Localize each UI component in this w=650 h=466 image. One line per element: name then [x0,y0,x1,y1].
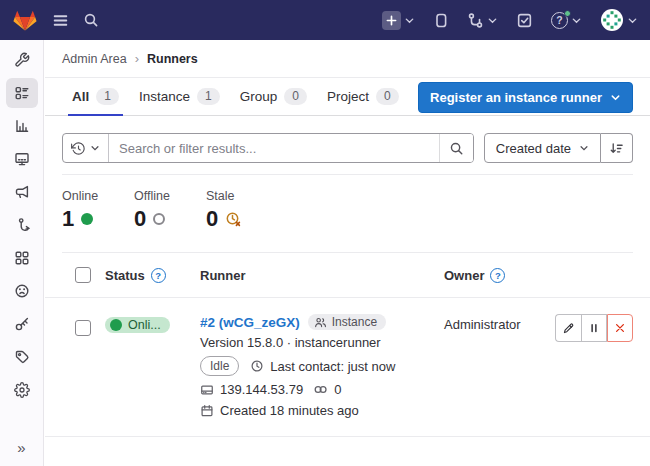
chevron-down-icon [571,15,582,26]
runner-created-line: Created 18 minutes ago [200,403,444,418]
search-submit-button[interactable] [439,134,473,162]
stat-offline-label: Offline [134,189,186,203]
sidebar-item-monitoring-icon[interactable] [6,144,38,174]
top-navbar: ? [0,0,650,40]
admin-wrench-icon[interactable] [6,45,38,75]
chevron-down-icon [610,92,621,103]
owner-help-icon[interactable]: ? [490,268,505,283]
history-icon [71,141,86,156]
instance-badge-label: Instance [332,315,377,329]
search-icon [449,141,464,156]
stat-online-value: 1 [62,206,74,232]
stat-offline: Offline 0 [134,189,186,232]
issues-icon[interactable] [433,12,449,29]
breadcrumb-separator: › [135,51,139,66]
hamburger-menu-icon[interactable] [52,12,69,29]
pause-icon [588,322,600,334]
tab-instance-label: Instance [139,89,190,104]
sort-by-dropdown[interactable]: Created date [484,133,601,163]
status-column-header: Status [105,268,145,283]
navbar-right: ? [382,8,638,32]
last-contact-text: Last contact: just now [270,359,395,374]
offline-ring-icon [153,213,165,225]
sort-direction-button[interactable] [601,133,633,163]
sidebar-expand-button[interactable]: » [0,439,43,456]
chevron-down-icon [404,15,415,26]
runner-stats: Online 1 Offline 0 Stale 0 [45,175,650,252]
main-content: Admin Area › Runners All 1 Instance 1 Gr… [45,40,650,466]
tab-group[interactable]: Group 0 [230,78,317,115]
admin-sidebar: » [0,40,44,466]
search-icon[interactable] [83,12,99,28]
tab-all-label: All [72,89,89,104]
edit-runner-button[interactable] [555,314,581,342]
merge-requests-menu[interactable] [467,12,498,29]
delete-runner-button[interactable] [607,314,633,342]
status-help-icon[interactable]: ? [151,268,166,283]
status-online-badge: Onli... [105,317,170,333]
server-icon [200,383,214,397]
register-button-label: Register an instance runner [430,90,602,105]
pause-runner-button[interactable] [581,314,607,342]
row-actions [559,314,633,342]
sort-controls: Created date [484,133,633,163]
sidebar-item-messages-icon[interactable] [6,177,38,207]
chevron-down-icon [627,15,638,26]
row-checkbox[interactable] [75,320,91,336]
sidebar-item-analytics-icon[interactable] [6,111,38,141]
runner-link[interactable]: #2 (wCG_zeGX) [200,315,300,330]
tab-instance[interactable]: Instance 1 [129,78,230,115]
register-instance-runner-button[interactable]: Register an instance runner [418,82,633,113]
search-input[interactable] [109,134,439,162]
sidebar-item-abuse-reports-icon[interactable] [6,276,38,306]
user-menu[interactable] [600,8,638,32]
users-icon [314,316,327,329]
todos-icon[interactable] [516,12,533,29]
stat-online: Online 1 [62,189,114,232]
help-menu[interactable]: ? [551,12,582,29]
stat-stale-value: 0 [206,206,218,232]
tab-group-count: 0 [284,88,307,105]
filter-toolbar: Created date [62,133,633,163]
search-history-dropdown[interactable] [63,134,109,162]
tab-all[interactable]: All 1 [62,78,129,115]
plus-icon [382,11,401,30]
select-all-checkbox[interactable] [75,267,91,283]
notification-dot [564,10,571,17]
pencil-icon [562,322,575,335]
sort-descending-icon [609,141,624,156]
clock-icon [250,359,264,373]
sidebar-item-overview-icon[interactable] [6,78,38,108]
sidebar-item-deploy-keys-icon[interactable] [6,309,38,339]
sort-by-label: Created date [496,141,571,156]
sidebar-item-system-hooks-icon[interactable] [6,210,38,240]
idle-badge: Idle [200,356,239,376]
sidebar-item-labels-icon[interactable] [6,342,38,372]
sidebar-item-applications-icon[interactable] [6,243,38,273]
sidebar-item-settings-icon[interactable] [6,375,38,405]
runner-type-tabs: All 1 Instance 1 Group 0 Project 0 Regis… [45,78,650,116]
runner-version-line: Version 15.8.0 · instancerunner [200,335,444,350]
owner-cell[interactable]: Administrator [444,314,559,332]
breadcrumb-admin-area[interactable]: Admin Area [62,52,127,66]
breadcrumb: Admin Area › Runners [45,40,650,78]
runner-ip-line: 139.144.53.79 0 [200,382,444,397]
stale-clock-x-icon [225,211,242,228]
tab-group-label: Group [240,89,278,104]
chevron-down-icon [579,143,589,153]
new-menu-button[interactable] [382,11,415,30]
stat-stale-label: Stale [206,189,258,203]
tab-project[interactable]: Project 0 [317,78,409,115]
stat-stale: Stale 0 [206,189,258,232]
instance-type-badge: Instance [308,314,386,330]
runner-ip: 139.144.53.79 [220,382,303,397]
filtered-search [62,133,474,163]
breadcrumb-runners: Runners [147,52,198,66]
gitlab-logo[interactable] [12,8,38,33]
jobs-count[interactable]: 0 [334,382,341,397]
admin-runners-page: ? [0,0,650,466]
navbar-left [12,8,99,33]
runner-summary-cell: #2 (wCG_zeGX) Instance Version 15.8.0 · … [200,314,444,418]
tab-project-count: 0 [376,88,399,105]
user-avatar [600,8,624,32]
